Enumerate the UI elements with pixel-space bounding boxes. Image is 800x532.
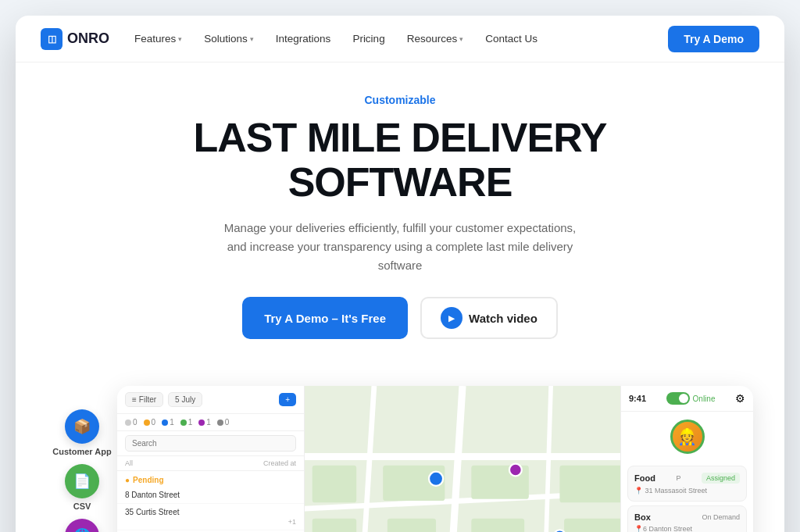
dashboard-mock: ≡ Filter 5 July + 0 0 1 [117, 386, 753, 532]
logo[interactable]: ◫ ONRO [41, 28, 109, 50]
svg-rect-11 [471, 519, 524, 532]
avatar: 👷 [670, 420, 705, 454]
dashboard-area: 📦 Customer App 📄 CSV 🌐 Websites 🛒 Market… [16, 386, 784, 532]
order-stats: 0 0 1 1 1 0 [117, 414, 304, 431]
browser-window: ◫ ONRO Features ▾ Solutions ▾ Integratio… [16, 16, 784, 532]
box-card: Box On Demand 📍6 Danton Street 📍35 Curti… [627, 505, 747, 532]
play-icon: ▶ [441, 307, 462, 329]
side-icon-csv[interactable]: 📄 CSV [65, 464, 99, 511]
svg-rect-13 [312, 519, 357, 532]
hero-subtitle: Manage your deliveries efficiently, fulf… [220, 219, 580, 275]
order-panel: ≡ Filter 5 July + 0 0 1 [117, 386, 305, 532]
side-icon-customer-app[interactable]: 📦 Customer App [52, 409, 111, 456]
online-toggle[interactable] [666, 392, 690, 405]
right-panel: 9:41 Online ⚙ 👷 Food P Assigned [620, 386, 753, 532]
location-icon: 📍 [634, 487, 643, 495]
time-display: 9:41 [629, 394, 646, 403]
logo-icon: ◫ [41, 28, 62, 50]
stat-done: 1 [198, 418, 211, 427]
stat-assigned: 1 [162, 418, 174, 427]
nav-features[interactable]: Features ▾ [134, 33, 182, 45]
svg-rect-15 [564, 519, 620, 532]
svg-rect-9 [388, 519, 436, 532]
hero-title: LAST MILE DELIVERY SOFTWARE [41, 116, 759, 205]
nav-contact[interactable]: Contact Us [485, 33, 538, 45]
side-icon-websites[interactable]: 🌐 Websites [63, 519, 101, 532]
side-icons: 📦 Customer App 📄 CSV 🌐 Websites 🛒 Market… [47, 386, 117, 532]
nav-resources[interactable]: Resources ▾ [407, 33, 464, 45]
food-card: Food P Assigned 📍 31 Massasoit Street [627, 466, 747, 502]
right-header: 9:41 Online ⚙ [621, 386, 753, 412]
hero-buttons: Try A Demo – It's Free ▶ Watch video [41, 297, 759, 339]
section-pending: ● Pending [117, 471, 304, 487]
svg-point-17 [509, 464, 522, 477]
avatar-area: 👷 [621, 412, 753, 462]
settings-icon[interactable]: ⚙ [735, 392, 745, 405]
stat-pending: 0 [144, 418, 156, 427]
add-button[interactable]: + [279, 393, 296, 406]
order-item[interactable]: 35 Curtis Street +1 [117, 504, 304, 530]
csv-icon: 📄 [65, 464, 99, 498]
nav-solutions[interactable]: Solutions ▾ [204, 33, 254, 45]
search-input[interactable] [125, 435, 296, 452]
stat-all: 0 [125, 418, 138, 427]
svg-point-16 [429, 472, 443, 486]
svg-rect-14 [559, 466, 620, 503]
stat-failed: 0 [217, 418, 230, 427]
order-meta: All Created at [117, 456, 304, 471]
navbar: ◫ ONRO Features ▾ Solutions ▾ Integratio… [16, 16, 784, 62]
order-panel-header: ≡ Filter 5 July + [117, 386, 304, 414]
filter-icon: ≡ [132, 395, 137, 404]
svg-rect-12 [312, 466, 357, 503]
chevron-down-icon: ▾ [178, 35, 182, 43]
hero-section: Customizable LAST MILE DELIVERY SOFTWARE… [16, 62, 784, 386]
watch-video-button[interactable]: ▶ Watch video [420, 297, 558, 339]
logo-text: ONRO [67, 30, 109, 47]
hero-badge: Customizable [41, 94, 759, 106]
nav-pricing[interactable]: Pricing [352, 33, 384, 45]
online-status: Online [666, 392, 716, 405]
date-button[interactable]: 5 July [168, 392, 202, 407]
map-area: 👤 🗺 Map Items ▲ [305, 386, 620, 532]
websites-icon: 🌐 [65, 519, 99, 532]
order-item[interactable]: 8 Danton Street [117, 487, 304, 504]
pending-indicator: ● [125, 476, 130, 484]
chevron-down-icon: ▾ [459, 35, 463, 43]
try-demo-hero-button[interactable]: Try A Demo – It's Free [242, 297, 408, 339]
nav-links: Features ▾ Solutions ▾ Integrations Pric… [134, 33, 643, 45]
order-search [117, 431, 304, 456]
location-icon: 📍 [634, 525, 643, 532]
try-demo-button[interactable]: Try A Demo [668, 26, 759, 52]
customer-app-icon: 📦 [65, 409, 99, 444]
nav-integrations[interactable]: Integrations [276, 33, 331, 45]
filter-button[interactable]: ≡ Filter [125, 392, 163, 407]
chevron-down-icon: ▾ [250, 35, 254, 43]
stat-inprogress: 1 [180, 418, 193, 427]
